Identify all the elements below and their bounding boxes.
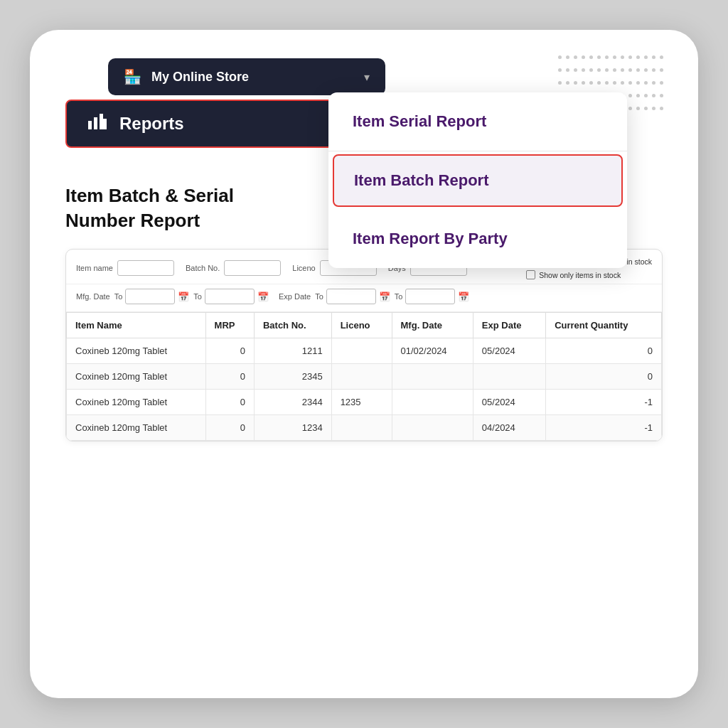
data-table: Item Name MRP Batch No. Liceno Mfg. Date… bbox=[66, 312, 662, 441]
calendar-icon-3[interactable]: 📅 bbox=[379, 291, 390, 302]
table-cell: 0 bbox=[546, 364, 662, 390]
checkbox-items-box[interactable] bbox=[526, 270, 535, 279]
col-item-name: Item Name bbox=[67, 313, 206, 338]
table-row: Coxineb 120mg Tablet0123404/2024-1 bbox=[67, 415, 662, 441]
table-cell bbox=[392, 364, 473, 390]
filter-item-name: Item name bbox=[76, 260, 174, 276]
table-cell: 1211 bbox=[254, 338, 331, 364]
mfg-date-group: Mfg. Date To 📅 To 📅 bbox=[76, 289, 269, 304]
table-cell: Coxineb 120mg Tablet bbox=[67, 364, 206, 390]
main-card: const dp = document.currentScript.parent… bbox=[30, 30, 698, 698]
store-name: My Online Store bbox=[151, 70, 364, 85]
exp-date-group: Exp Date To 📅 To 📅 bbox=[279, 289, 470, 304]
table-cell: Coxineb 120mg Tablet bbox=[67, 390, 206, 415]
table-header-row: Item Name MRP Batch No. Liceno Mfg. Date… bbox=[67, 313, 662, 338]
exp-date-label: Exp Date bbox=[279, 292, 311, 301]
liceno-label: Liceno bbox=[292, 264, 315, 272]
col-current-qty: Current Quantity bbox=[546, 313, 662, 338]
reports-row: Reports Item Serial Report Item Batch Re… bbox=[65, 100, 663, 148]
table-cell: 1234 bbox=[254, 415, 331, 441]
table-cell: -1 bbox=[546, 390, 662, 415]
table-cell: 0 bbox=[205, 338, 254, 364]
dropdown-item-serial[interactable]: Item Serial Report bbox=[328, 92, 627, 151]
to-label-4: To bbox=[395, 292, 403, 301]
table-cell: 05/2024 bbox=[473, 338, 545, 364]
table-cell bbox=[331, 338, 392, 364]
col-mfg-date: Mfg. Date bbox=[392, 313, 473, 338]
table-cell bbox=[331, 415, 392, 441]
to-label-1: To bbox=[114, 292, 123, 301]
batch-no-input[interactable] bbox=[224, 260, 281, 276]
exp-date-from-input[interactable] bbox=[326, 289, 376, 304]
exp-date-from-wrap: To 📅 bbox=[315, 289, 390, 304]
filter-batch-no: Batch No. bbox=[186, 260, 281, 276]
item-name-label: Item name bbox=[76, 264, 113, 272]
col-liceno: Liceno bbox=[331, 313, 392, 338]
calendar-icon-4[interactable]: 📅 bbox=[458, 291, 469, 302]
table-cell: 2344 bbox=[254, 390, 331, 415]
calendar-icon-1[interactable]: 📅 bbox=[178, 291, 189, 302]
table-row: Coxineb 120mg Tablet0121101/02/202405/20… bbox=[67, 338, 662, 364]
batch-no-label: Batch No. bbox=[186, 264, 220, 272]
mfg-date-to-wrap: To 📅 bbox=[193, 289, 269, 304]
reports-label: Reports bbox=[119, 114, 184, 134]
table-cell: 0 bbox=[205, 364, 254, 390]
table-cell: -1 bbox=[546, 415, 662, 441]
report-card: Item name Batch No. Liceno Days Show onl… bbox=[65, 249, 663, 441]
dropdown-item-party[interactable]: Item Report By Party bbox=[328, 210, 627, 268]
reports-button[interactable]: Reports bbox=[65, 100, 343, 148]
filter-row-2: Mfg. Date To 📅 To 📅 Exp Date To 📅 bbox=[66, 284, 662, 312]
exp-date-to-input[interactable] bbox=[405, 289, 455, 304]
mfg-date-from-wrap: To 📅 bbox=[114, 289, 190, 304]
table-cell: 01/02/2024 bbox=[392, 338, 473, 364]
checkbox-items[interactable]: Show only items in stock bbox=[526, 270, 652, 279]
table-cell bbox=[473, 364, 545, 390]
table-cell: Coxineb 120mg Tablet bbox=[67, 415, 206, 441]
table-cell: 05/2024 bbox=[473, 390, 545, 415]
bar-chart-icon bbox=[88, 114, 107, 134]
table-row: Coxineb 120mg Tablet023450 bbox=[67, 364, 662, 390]
mfg-date-from-input[interactable] bbox=[125, 289, 175, 304]
store-bar[interactable]: 🏪 My Online Store ▾ bbox=[108, 58, 385, 95]
to-label-3: To bbox=[315, 292, 323, 301]
dropdown-item-batch[interactable]: Item Batch Report bbox=[333, 154, 623, 207]
checkbox-items-label: Show only items in stock bbox=[539, 271, 621, 279]
table-cell bbox=[392, 415, 473, 441]
col-batch-no: Batch No. bbox=[254, 313, 331, 338]
table-cell: 1235 bbox=[331, 390, 392, 415]
table-cell: 04/2024 bbox=[473, 415, 545, 441]
table-cell: 0 bbox=[205, 415, 254, 441]
table-row: Coxineb 120mg Tablet02344123505/2024-1 bbox=[67, 390, 662, 415]
svg-rect-1 bbox=[94, 117, 97, 129]
dropdown-menu: Item Serial Report Item Batch Report Ite… bbox=[328, 92, 627, 268]
mfg-date-to-input[interactable] bbox=[205, 289, 255, 304]
col-mrp: MRP bbox=[205, 313, 254, 338]
col-exp-date: Exp Date bbox=[473, 313, 545, 338]
table-cell bbox=[392, 390, 473, 415]
table-cell: 0 bbox=[546, 338, 662, 364]
table-cell: Coxineb 120mg Tablet bbox=[67, 338, 206, 364]
mfg-date-label: Mfg. Date bbox=[76, 292, 110, 301]
exp-date-to-wrap: To 📅 bbox=[395, 289, 470, 304]
calendar-icon-2[interactable]: 📅 bbox=[257, 291, 269, 302]
table-cell: 2345 bbox=[254, 364, 331, 390]
svg-rect-3 bbox=[103, 119, 107, 129]
table-cell: 0 bbox=[205, 390, 254, 415]
svg-rect-2 bbox=[100, 114, 103, 129]
store-icon: 🏪 bbox=[124, 68, 141, 85]
item-name-input[interactable] bbox=[117, 260, 174, 276]
table-cell bbox=[331, 364, 392, 390]
to-label-2: To bbox=[193, 292, 202, 301]
chevron-down-icon: ▾ bbox=[364, 70, 370, 84]
svg-rect-0 bbox=[88, 121, 92, 129]
